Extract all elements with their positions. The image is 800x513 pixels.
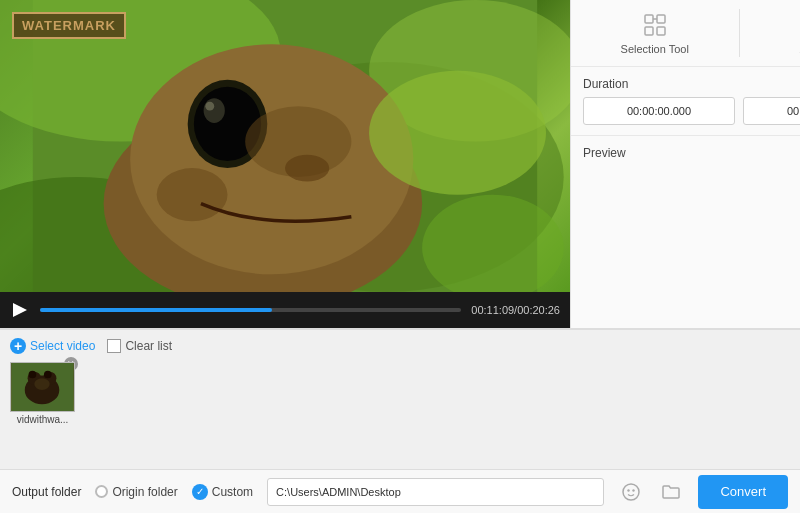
- thumbnail-item[interactable]: ✕ vidwithwa...: [10, 362, 80, 425]
- plus-circle-icon: +: [10, 338, 26, 354]
- origin-folder-option[interactable]: Origin folder: [95, 485, 177, 499]
- origin-folder-radio[interactable]: [95, 485, 108, 498]
- progress-bar[interactable]: [40, 308, 461, 312]
- video-container: WATERMARK: [0, 0, 570, 292]
- custom-folder-checkmark: ✓: [192, 484, 208, 500]
- svg-point-29: [44, 371, 52, 379]
- play-icon: [13, 303, 27, 317]
- preview-label: Preview: [583, 146, 800, 160]
- file-actions: + Select video Clear list: [10, 338, 790, 354]
- svg-point-10: [205, 102, 214, 111]
- svg-point-12: [157, 168, 228, 221]
- progress-fill: [40, 308, 272, 312]
- duration-start-input[interactable]: [583, 97, 735, 125]
- video-panel: WATERMARK: [0, 0, 570, 328]
- duration-label: Duration: [583, 77, 800, 91]
- custom-folder-option[interactable]: ✓ Custom: [192, 484, 253, 500]
- add-parts-button[interactable]: Add parts: [740, 5, 801, 61]
- select-video-button[interactable]: + Select video: [10, 338, 95, 354]
- clear-list-label: Clear list: [125, 339, 172, 353]
- selection-tool-label: Selection Tool: [621, 43, 689, 55]
- svg-point-32: [628, 489, 630, 491]
- convert-button[interactable]: Convert: [698, 475, 788, 509]
- play-button[interactable]: [10, 300, 30, 320]
- svg-point-31: [623, 484, 639, 500]
- output-path-input[interactable]: [267, 478, 604, 506]
- time-display: 00:11:09/00:20:26: [471, 304, 560, 316]
- output-folder-label: Output folder: [12, 485, 81, 499]
- clear-list-button[interactable]: Clear list: [107, 339, 172, 353]
- svg-point-9: [204, 98, 225, 123]
- emoji-icon-button[interactable]: [618, 479, 644, 505]
- svg-rect-21: [657, 27, 665, 35]
- controls-bar: 00:11:09/00:20:26: [0, 292, 570, 328]
- checkbox-icon: [107, 339, 121, 353]
- custom-folder-label: Custom: [212, 485, 253, 499]
- tool-buttons-bar: Selection Tool Add parts: [571, 0, 800, 67]
- selection-tool-icon: [641, 11, 669, 39]
- file-list-area: + Select video Clear list ✕: [0, 329, 800, 469]
- svg-rect-20: [645, 27, 653, 35]
- svg-point-13: [285, 155, 329, 182]
- duration-section: Duration: [571, 67, 800, 135]
- thumbnail-inner: [11, 363, 74, 411]
- svg-rect-18: [657, 15, 665, 23]
- duration-inputs: [583, 97, 800, 125]
- right-panel: Selection Tool Add parts Duration: [570, 0, 800, 328]
- watermark-badge: WATERMARK: [12, 12, 126, 39]
- svg-rect-17: [645, 15, 653, 23]
- preview-section: Preview: [571, 135, 800, 328]
- svg-point-30: [34, 378, 49, 390]
- origin-folder-label: Origin folder: [112, 485, 177, 499]
- thumbnail-image: [10, 362, 75, 412]
- folder-icon-button[interactable]: [658, 479, 684, 505]
- thumbnail-label: vidwithwa...: [10, 414, 75, 425]
- select-video-label: Select video: [30, 339, 95, 353]
- svg-point-28: [29, 371, 37, 379]
- frog-scene: [0, 0, 570, 292]
- selection-tool-button[interactable]: Selection Tool: [571, 5, 739, 61]
- svg-point-14: [369, 71, 546, 195]
- bottom-bar: Output folder Origin folder ✓ Custom Con…: [0, 469, 800, 513]
- svg-point-33: [633, 489, 635, 491]
- duration-end-input[interactable]: [743, 97, 800, 125]
